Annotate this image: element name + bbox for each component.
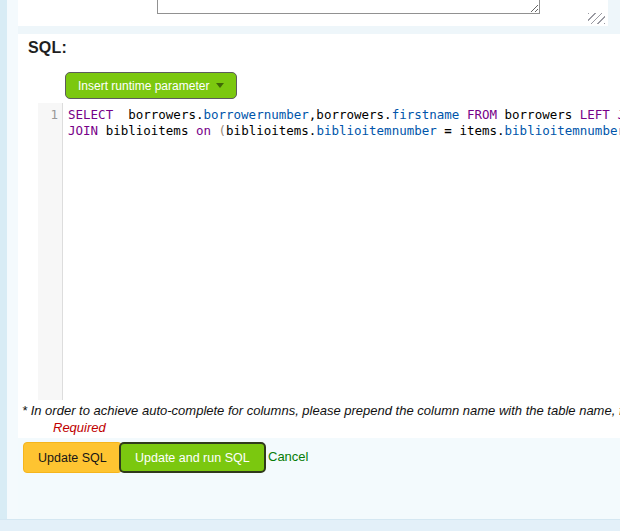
code-line: SELECT borrowers.borrowernumber,borrower… [68, 107, 620, 123]
page-left-edge [0, 0, 7, 531]
textarea-resize-handle-icon[interactable] [588, 13, 605, 24]
required-warning: Required [53, 420, 106, 435]
insert-runtime-parameter-button[interactable]: Insert runtime parameter [65, 72, 237, 99]
page-footer-strip [0, 519, 620, 531]
autocomplete-note: * In order to achieve auto-complete for … [22, 403, 620, 418]
page-top-right-gap [608, 0, 620, 26]
sql-label: SQL: [28, 39, 67, 57]
insert-runtime-parameter-label: Insert runtime parameter [78, 79, 209, 93]
line-number: 1 [38, 107, 58, 123]
notes-fieldset [18, 0, 608, 26]
update-and-run-sql-button[interactable]: Update and run SQL [119, 442, 266, 473]
sql-code-editor[interactable]: 1 SELECT borrowers.borrowernumber,borrow… [38, 103, 620, 400]
page-left-gutter [7, 0, 18, 531]
notes-textarea[interactable] [157, 0, 540, 14]
chevron-down-icon [216, 83, 224, 88]
cancel-link[interactable]: Cancel [268, 449, 308, 464]
sql-fieldset: SQL: Insert runtime parameter 1 SELECT b… [18, 34, 620, 438]
editor-code-area[interactable]: SELECT borrowers.borrowernumber,borrower… [63, 103, 620, 400]
code-line: JOIN biblioitems on (biblioitems.biblioi… [68, 123, 620, 139]
update-sql-button[interactable]: Update SQL [23, 442, 122, 473]
editor-gutter: 1 [38, 103, 63, 400]
